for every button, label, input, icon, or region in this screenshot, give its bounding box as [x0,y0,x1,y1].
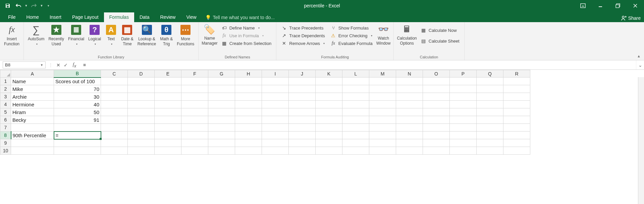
column-header-I[interactable]: I [262,70,289,78]
tab-review[interactable]: Review [155,12,181,22]
recently-used-button[interactable]: ★ Recently Used [46,23,66,47]
cell-N8[interactable] [396,132,423,139]
cell-H10[interactable] [235,147,262,155]
cell-E7[interactable] [155,124,181,132]
cell-P1[interactable] [450,78,477,85]
cell-M6[interactable] [369,116,396,124]
cell-M2[interactable] [369,85,396,93]
column-header-E[interactable]: E [155,70,181,78]
cell-G4[interactable] [208,101,235,108]
cell-E8[interactable] [155,132,181,139]
cell-P4[interactable] [450,101,477,108]
cell-D6[interactable] [128,116,155,124]
minimize-icon[interactable] [592,0,609,11]
cell-B2[interactable]: 70 [54,85,101,93]
tab-insert[interactable]: Insert [44,12,67,22]
cell-F10[interactable] [181,147,208,155]
cell-D2[interactable] [128,85,155,93]
tab-page-layout[interactable]: Page Layout [67,12,104,22]
cell-I9[interactable] [262,139,289,147]
cell-Q5[interactable] [477,108,503,116]
cell-E2[interactable] [155,85,181,93]
row-header-8[interactable]: 8 [0,132,11,139]
cell-D4[interactable] [128,101,155,108]
cell-E4[interactable] [155,101,181,108]
cell-R8[interactable] [503,132,530,139]
cell-O3[interactable] [423,93,450,101]
cell-F7[interactable] [181,124,208,132]
cell-I10[interactable] [262,147,289,155]
cell-N6[interactable] [396,116,423,124]
cell-L9[interactable] [342,139,369,147]
cell-K4[interactable] [316,101,342,108]
cell-N9[interactable] [396,139,423,147]
cell-I5[interactable] [262,108,289,116]
cell-D9[interactable] [128,139,155,147]
row-header-6[interactable]: 6 [0,116,11,124]
tab-file[interactable]: File [3,12,21,22]
cell-F2[interactable] [181,85,208,93]
calculate-sheet-button[interactable]: ▤Calculate Sheet [420,37,461,45]
cell-Q4[interactable] [477,101,503,108]
cell-P3[interactable] [450,93,477,101]
undo-dropdown-icon[interactable]: ▼ [24,4,28,7]
cell-D3[interactable] [128,93,155,101]
cell-H1[interactable] [235,78,262,85]
cell-O6[interactable] [423,116,450,124]
cell-L5[interactable] [342,108,369,116]
cell-G5[interactable] [208,108,235,116]
cell-O2[interactable] [423,85,450,93]
remove-arrows-button[interactable]: ✕Remove Arrows▾ [280,40,326,47]
cell-O8[interactable] [423,132,450,139]
cell-J3[interactable] [289,93,316,101]
row-header-10[interactable]: 10 [0,147,11,155]
cell-J2[interactable] [289,85,316,93]
tab-home[interactable]: Home [21,12,44,22]
expand-formula-bar-icon[interactable]: ⌄ [636,60,644,69]
cell-I6[interactable] [262,116,289,124]
cell-J9[interactable] [289,139,316,147]
column-header-G[interactable]: G [208,70,235,78]
cell-H8[interactable] [235,132,262,139]
column-header-P[interactable]: P [450,70,477,78]
close-icon[interactable] [627,0,644,11]
cell-P8[interactable] [450,132,477,139]
cell-H7[interactable] [235,124,262,132]
math-trig-button[interactable]: θ Math & Trig [158,23,175,47]
cell-N2[interactable] [396,85,423,93]
cell-H5[interactable] [235,108,262,116]
cell-A6[interactable]: Becky [11,116,54,124]
cell-C6[interactable] [101,116,128,124]
cell-E5[interactable] [155,108,181,116]
column-header-D[interactable]: D [128,70,155,78]
cell-M5[interactable] [369,108,396,116]
collapse-ribbon-icon[interactable]: ▲ [637,54,641,58]
cell-P9[interactable] [450,139,477,147]
cell-B6[interactable]: 91 [54,116,101,124]
cell-P6[interactable] [450,116,477,124]
cell-M4[interactable] [369,101,396,108]
cell-K1[interactable] [316,78,342,85]
cell-E1[interactable] [155,78,181,85]
cell-L1[interactable] [342,78,369,85]
cell-H9[interactable] [235,139,262,147]
column-header-R[interactable]: R [503,70,530,78]
cell-Q3[interactable] [477,93,503,101]
cell-F3[interactable] [181,93,208,101]
cell-P5[interactable] [450,108,477,116]
cell-F6[interactable] [181,116,208,124]
cell-D5[interactable] [128,108,155,116]
row-header-9[interactable]: 9 [0,139,11,147]
cell-C7[interactable] [101,124,128,132]
cell-D1[interactable] [128,78,155,85]
cell-D7[interactable] [128,124,155,132]
trace-precedents-button[interactable]: ↘Trace Precedents [280,24,326,32]
show-formulas-button[interactable]: ⑂Show Formulas [329,24,374,32]
cell-J1[interactable] [289,78,316,85]
cell-F5[interactable] [181,108,208,116]
cell-M10[interactable] [369,147,396,155]
column-header-O[interactable]: O [423,70,450,78]
name-box[interactable]: B8 ▼ [3,61,46,68]
vertical-scrollbar[interactable] [638,77,644,204]
cell-N10[interactable] [396,147,423,155]
